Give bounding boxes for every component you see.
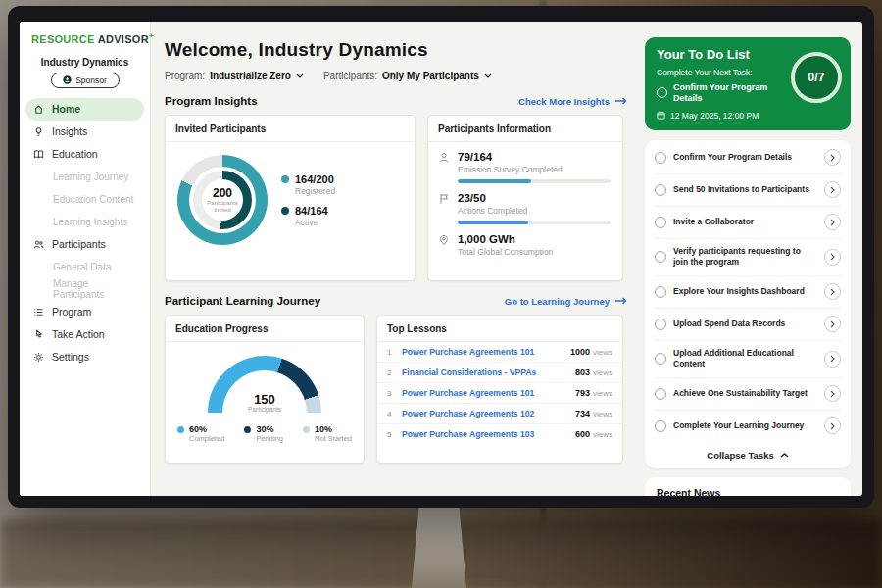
task-checkbox[interactable] [655, 420, 666, 432]
lesson-row[interactable]: 4 Power Purchase Agreements 102 734views [377, 404, 622, 424]
task-row-achieve-target[interactable]: Achieve One Sustainability Target [655, 378, 841, 411]
collapse-tasks-button[interactable]: Collapse Tasks [655, 442, 841, 464]
task-open-button[interactable] [824, 351, 841, 368]
task-row-complete-learning-journey[interactable]: Complete Your Learning Journey [655, 411, 841, 442]
app-logo: RESOURCEADVISOR+ [20, 31, 150, 45]
sponsor-badge: Sponsor [51, 73, 120, 88]
legend-active: 84/164 Active [281, 205, 335, 227]
monitor-stand [412, 504, 466, 588]
task-open-button[interactable] [824, 385, 841, 402]
sidebar-item-learning-journey[interactable]: Learning Journey [20, 166, 150, 188]
settings-icon [33, 352, 44, 363]
invited-participants-card: Invited Participants 200 Participants In… [165, 115, 416, 281]
legend-registered: 164/200 Registered [281, 173, 335, 196]
task-open-button[interactable] [824, 283, 841, 300]
invited-center-value: 200 [213, 186, 232, 200]
calendar-icon [657, 111, 665, 120]
sidebar-item-insights[interactable]: Insights [20, 121, 150, 143]
task-row-invite-collaborator[interactable]: Invite a Collaborator [655, 207, 841, 239]
sidebar-item-education[interactable]: Education [20, 143, 150, 166]
lesson-link[interactable]: Power Purchase Agreements 101 [402, 347, 563, 357]
sidebar-item-participants[interactable]: Participants [20, 233, 150, 256]
sidebar-item-home[interactable]: Home [25, 98, 144, 121]
chevron-right-icon [830, 355, 835, 363]
task-open-button[interactable] [824, 249, 841, 266]
participants-filter-select[interactable]: Only My Participants [382, 71, 492, 81]
sidebar-item-program[interactable]: Program [20, 301, 150, 323]
legend-not-started: 10% Not Started [303, 424, 352, 443]
chevron-right-icon [830, 154, 835, 162]
invited-card-title: Invited Participants [166, 116, 415, 142]
lesson-row[interactable]: 2 Financial Considerations - VPPAs 803vi… [377, 363, 622, 383]
sidebar-item-settings[interactable]: Settings [20, 346, 150, 368]
task-checkbox[interactable] [655, 152, 666, 164]
lesson-link[interactable]: Power Purchase Agreements 102 [402, 409, 567, 418]
sidebar-item-manage-participants[interactable]: Manage Participants [20, 278, 150, 301]
go-to-learning-journey-link[interactable]: Go to Learning Journey [505, 296, 627, 307]
program-insights-title: Program Insights [165, 95, 258, 107]
emission-survey-stat: 79/164 Emission Survey Completed [428, 142, 622, 174]
recent-news-title: Recent News [657, 487, 839, 496]
lesson-row[interactable]: 3 Power Purchase Agreements 101 793views [377, 383, 622, 404]
invited-donut-inner: 200 Participants Invited [193, 171, 252, 229]
participants-icon [33, 239, 44, 250]
task-row-send-invitations[interactable]: Send 50 Invitations to Participants [655, 174, 841, 207]
education-icon [33, 149, 44, 160]
legend-pending: 30% Pending [244, 424, 283, 443]
task-row-verify-participants[interactable]: Verify participants requesting to join t… [655, 239, 841, 276]
page-title: Welcome, Industry Dynamics [165, 39, 627, 61]
task-checkbox[interactable] [655, 318, 666, 330]
lesson-row[interactable]: 1 Power Purchase Agreements 101 1000view… [377, 342, 622, 363]
chevron-right-icon [830, 288, 835, 296]
sidebar-item-learning-insights[interactable]: Learning Insights [20, 211, 150, 233]
lesson-link[interactable]: Power Purchase Agreements 101 [402, 388, 567, 398]
task-checkbox[interactable] [655, 217, 666, 228]
learning-journey-header: Participant Learning Journey Go to Learn… [165, 295, 627, 307]
task-open-button[interactable] [824, 417, 841, 434]
gauge-center-label: Participants [208, 406, 321, 413]
program-filter-select[interactable]: Industrialize Zero [210, 71, 304, 81]
dashboard-screen: RESOURCEADVISOR+ Industry Dynamics Spons… [20, 22, 862, 496]
sidebar-item-general-data[interactable]: General Data [20, 256, 150, 278]
lesson-link[interactable]: Financial Considerations - VPPAs [402, 368, 567, 377]
task-checkbox[interactable] [655, 251, 666, 263]
arrow-right-icon [614, 97, 627, 105]
lesson-link[interactable]: Power Purchase Agreements 103 [402, 429, 567, 439]
task-open-button[interactable] [824, 149, 841, 166]
check-more-insights-link[interactable]: Check More Insights [518, 96, 627, 107]
task-row-confirm-program[interactable]: Confirm Your Program Details [655, 142, 841, 174]
sidebar-item-take-action[interactable]: Take Action [20, 323, 150, 346]
task-open-button[interactable] [824, 214, 841, 230]
task-list-card: Confirm Your Program Details Send 50 Inv… [645, 140, 851, 468]
task-row-upload-educational-content[interactable]: Upload Additional Educational Content [655, 341, 841, 378]
task-checkbox[interactable] [655, 286, 666, 298]
registered-dot [281, 175, 289, 183]
insights-cards-row: Invited Participants 200 Participants In… [165, 115, 627, 281]
program-filter-label: Program: [165, 71, 205, 81]
consumption-stat: 1,000 GWh Total Global Consumption [428, 224, 622, 257]
learning-cards-row: Education Progress 150 Participants [165, 315, 627, 464]
task-open-button[interactable] [824, 181, 841, 198]
gauge-center-value: 150 [208, 393, 321, 406]
task-checkbox[interactable] [655, 353, 666, 365]
monitor-frame: RESOURCEADVISOR+ Industry Dynamics Spons… [8, 6, 874, 508]
task-row-explore-insights[interactable]: Explore Your Insights Dashboard [655, 276, 841, 309]
program-icon [33, 307, 44, 318]
task-row-upload-spend-data[interactable]: Upload Spend Data Records [655, 309, 841, 341]
sidebar-item-education-content[interactable]: Education Content [20, 188, 150, 211]
actions-icon [438, 193, 450, 205]
active-dot [281, 207, 289, 215]
todo-next-task[interactable]: Confirm Your Program Details [657, 82, 792, 104]
task-checkbox[interactable] [655, 184, 666, 196]
task-open-button[interactable] [824, 316, 841, 332]
task-checkbox[interactable] [655, 388, 666, 400]
sponsor-icon [63, 75, 72, 84]
lesson-row[interactable]: 5 Power Purchase Agreements 103 600views [377, 424, 622, 444]
chevron-right-icon [830, 320, 835, 328]
chevron-right-icon [830, 253, 835, 261]
program-insights-header: Program Insights Check More Insights [165, 95, 627, 107]
not-started-dot [303, 426, 310, 433]
todo-next-checkbox[interactable] [657, 87, 667, 98]
learning-journey-title: Participant Learning Journey [165, 295, 320, 307]
home-icon [33, 104, 44, 115]
